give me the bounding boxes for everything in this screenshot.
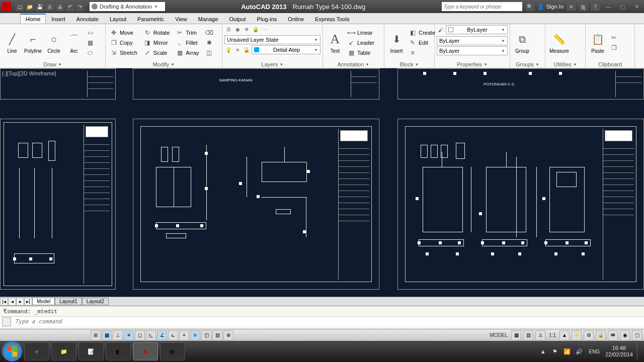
- erase-button[interactable]: ⌫: [203, 28, 215, 37]
- lineweight-combo[interactable]: ByLayer▼: [437, 36, 508, 45]
- otrack-toggle[interactable]: ∠: [157, 330, 167, 340]
- layer-off-icon[interactable]: ◉: [233, 25, 242, 33]
- tab-layout2[interactable]: Layout2: [82, 298, 109, 305]
- ws-switch-icon[interactable]: ⚙: [584, 330, 594, 340]
- volume-icon[interactable]: 🔊: [575, 347, 583, 355]
- polyline-button[interactable]: ⌐Polyline: [22, 31, 44, 54]
- clean-screen-icon[interactable]: ▢: [632, 330, 642, 340]
- dyn-toggle[interactable]: +: [179, 330, 189, 340]
- tab-plugins[interactable]: Plug-ins: [252, 14, 283, 24]
- group-button[interactable]: ⧉Group: [512, 31, 532, 54]
- network-icon[interactable]: 📶: [563, 347, 571, 355]
- save-icon[interactable]: 💾: [35, 2, 44, 11]
- layer-prop-icon[interactable]: ☰: [224, 25, 232, 33]
- drawing-canvas[interactable]: [-][Top][2D Wireframe] SAMPING KANAN POT…: [0, 68, 644, 297]
- tab-express[interactable]: Express Tools: [309, 14, 355, 24]
- close-button[interactable]: ✕: [631, 2, 642, 11]
- panel-properties-title[interactable]: Properties▼: [435, 61, 510, 68]
- plot-icon[interactable]: 🖨: [55, 2, 64, 11]
- panel-utilities-title[interactable]: Utilities▼: [545, 61, 585, 68]
- create-block-button[interactable]: ◧Create: [407, 28, 437, 37]
- viewport-controls[interactable]: [-][Top][2D Wireframe]: [2, 70, 56, 76]
- polar-toggle[interactable]: ✳: [124, 330, 134, 340]
- layer-more-icon[interactable]: ⋯: [261, 25, 269, 33]
- quickview2-icon[interactable]: ▥: [523, 330, 533, 340]
- layer-freeze-icon[interactable]: ❄: [243, 25, 251, 33]
- task-app2[interactable]: ◐: [160, 342, 185, 360]
- new-icon[interactable]: ◻: [15, 2, 24, 11]
- annoauto-icon[interactable]: ⚡: [572, 330, 582, 340]
- undo-icon[interactable]: ↶: [65, 2, 74, 11]
- panel-annotation-title[interactable]: Annotation▼: [323, 61, 384, 68]
- panel-layers-title[interactable]: Layers▼: [222, 61, 323, 68]
- tab-insert[interactable]: Insert: [46, 14, 71, 24]
- lock2-icon[interactable]: 🔓: [243, 46, 251, 54]
- task-ie[interactable]: e: [24, 342, 49, 360]
- 3dosnap-toggle[interactable]: ◺: [146, 330, 156, 340]
- lwt-toggle[interactable]: ≡: [190, 330, 200, 340]
- current-layer-combo[interactable]: Detail Atep▼: [252, 45, 320, 54]
- ellipse-button[interactable]: ⬭: [84, 48, 96, 57]
- insert-button[interactable]: ⬇Insert: [386, 31, 407, 54]
- panel-groups-title[interactable]: Groups▼: [510, 61, 545, 68]
- array-button[interactable]: ▦Array: [174, 48, 201, 57]
- lang-indicator[interactable]: ENG: [587, 349, 601, 354]
- open-icon[interactable]: 📁: [25, 2, 34, 11]
- tab-annotate[interactable]: Annotate: [71, 14, 104, 24]
- layer-state-combo[interactable]: Unsaved Layer State▼: [224, 35, 320, 44]
- annovis-icon[interactable]: ▲: [559, 330, 570, 340]
- rect-button[interactable]: ▭: [84, 28, 96, 37]
- scale-label[interactable]: 1:1: [547, 332, 557, 338]
- model-space-label[interactable]: MODEL: [489, 332, 510, 338]
- tab-manage[interactable]: Manage: [193, 14, 224, 24]
- action-center-icon[interactable]: ⚑: [551, 347, 559, 355]
- quickview-icon[interactable]: ▦: [511, 330, 521, 340]
- hatch-button[interactable]: ▦: [84, 38, 96, 47]
- isolate-icon[interactable]: ◉: [620, 330, 630, 340]
- cut-button[interactable]: ✂: [608, 33, 620, 42]
- stretch-button[interactable]: ⇲Stretch: [108, 48, 139, 57]
- match-prop-icon[interactable]: 🖌: [437, 26, 445, 34]
- task-app1[interactable]: ◧: [106, 342, 131, 360]
- task-notepad[interactable]: 📝: [78, 342, 104, 360]
- start-button[interactable]: [2, 341, 22, 361]
- ducs-toggle[interactable]: ⊾: [168, 330, 178, 340]
- minimize-button[interactable]: —: [603, 2, 614, 11]
- tab-parametric[interactable]: Parametric: [132, 14, 170, 24]
- fillet-button[interactable]: ◟Fillet: [174, 38, 201, 47]
- text-button[interactable]: AText: [325, 31, 345, 54]
- mirror-button[interactable]: ◨Mirror: [141, 38, 172, 47]
- ortho-toggle[interactable]: ⊥: [113, 330, 123, 340]
- linear-dim-button[interactable]: ⟷Linear: [345, 28, 376, 37]
- saveas-icon[interactable]: ⎙: [45, 2, 54, 11]
- redo-icon[interactable]: ↷: [75, 2, 85, 11]
- osnap-toggle[interactable]: ◻: [135, 330, 145, 340]
- clock[interactable]: 16:48 22/02/2014: [605, 345, 633, 358]
- circle-button[interactable]: ○Circle: [44, 31, 64, 54]
- annoscale-icon[interactable]: ⚠: [535, 330, 545, 340]
- command-input[interactable]: [13, 318, 644, 325]
- edit-block-button[interactable]: ✎Edit: [407, 38, 437, 47]
- sun-icon[interactable]: ☀: [233, 46, 242, 54]
- panel-draw-title[interactable]: Draw▼: [0, 61, 105, 68]
- explode-button[interactable]: ✱: [203, 38, 215, 47]
- color-combo[interactable]: ByLayer▼: [446, 25, 508, 34]
- tab-layout[interactable]: Layout: [104, 14, 132, 24]
- tab-first-icon[interactable]: |◂: [0, 298, 8, 306]
- paste-button[interactable]: 📋Paste: [588, 31, 608, 54]
- tab-output[interactable]: Output: [224, 14, 252, 24]
- search-icon[interactable]: 🔍: [525, 2, 534, 11]
- tab-home[interactable]: Home: [20, 14, 46, 24]
- app-icon[interactable]: [2, 2, 11, 11]
- hardware-icon[interactable]: 💻: [608, 330, 618, 340]
- search-input[interactable]: [442, 2, 522, 11]
- trim-button[interactable]: ✂Trim: [174, 28, 201, 37]
- cmd-close-icon[interactable]: ✕: [1, 307, 8, 314]
- tab-online[interactable]: Online: [282, 14, 309, 24]
- scale-button[interactable]: ⤢Scale: [141, 48, 172, 57]
- tab-view[interactable]: View: [170, 14, 193, 24]
- panel-block-title[interactable]: Block▼: [384, 61, 434, 68]
- bulb-icon[interactable]: 💡: [224, 46, 232, 54]
- copy-button[interactable]: ❐Copy: [108, 38, 139, 47]
- task-autocad[interactable]: A: [133, 342, 158, 360]
